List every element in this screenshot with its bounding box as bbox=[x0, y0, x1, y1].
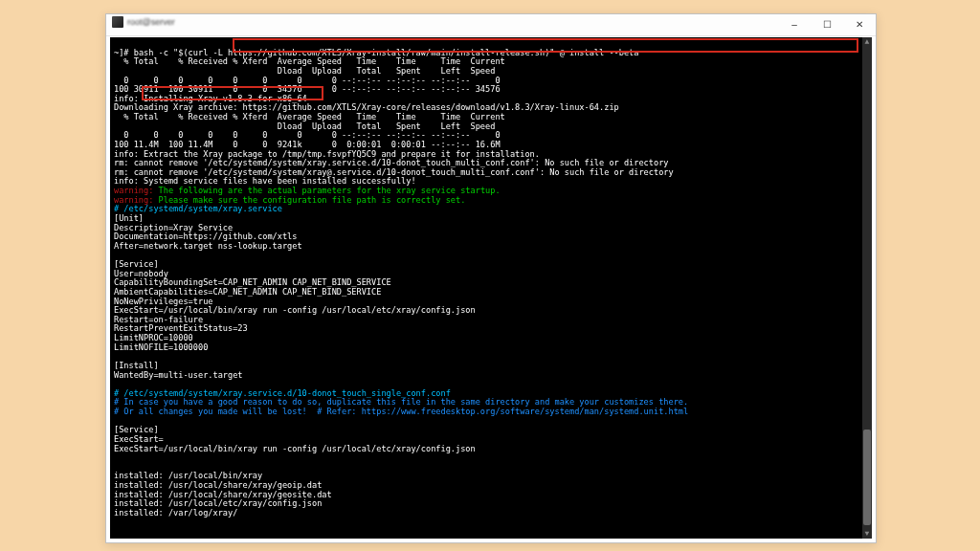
scroll-thumb[interactable] bbox=[863, 430, 871, 525]
terminal-area[interactable]: ~]# bash -c "$(curl -L https://github.co… bbox=[110, 37, 872, 539]
terminal-output: ~]# bash -c "$(curl -L https://github.co… bbox=[114, 49, 868, 518]
warning-label: warning: bbox=[114, 186, 153, 195]
install-info: Installing Xray v1.8.3 for x86_64 bbox=[144, 94, 307, 103]
app-icon bbox=[112, 16, 123, 28]
scroll-up-icon[interactable]: ▲ bbox=[862, 37, 872, 47]
title-bar: root@server – ☐ ✕ bbox=[106, 14, 876, 36]
service-path: # /etc/systemd/system/xray.service.d/10-… bbox=[114, 388, 451, 398]
scroll-down-icon[interactable]: ▼ bbox=[862, 529, 872, 539]
scrollbar[interactable]: ▲ ▼ bbox=[862, 37, 872, 539]
command-line: bash -c "$(curl -L https://github.com/XT… bbox=[134, 48, 639, 57]
shell-prompt: ~]# bbox=[114, 48, 134, 57]
maximize-button[interactable]: ☐ bbox=[811, 14, 843, 35]
window-title: root@server bbox=[127, 17, 175, 27]
minimize-button[interactable]: – bbox=[778, 14, 811, 35]
service-path: # /etc/systemd/system/xray.service bbox=[114, 204, 282, 213]
terminal-window: root@server – ☐ ✕ ~]# bash -c "$(curl -L… bbox=[105, 13, 877, 543]
close-button[interactable]: ✕ bbox=[843, 14, 876, 35]
